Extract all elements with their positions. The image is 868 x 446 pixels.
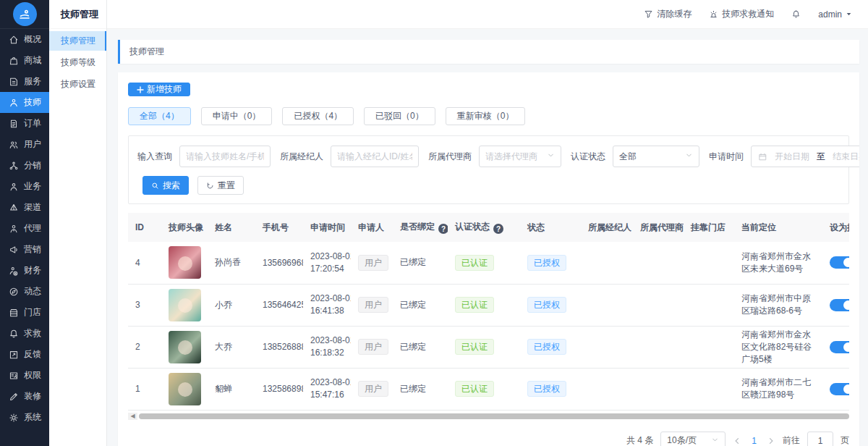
add-technician-button[interactable]: 新增技师 bbox=[128, 83, 190, 96]
help-question-icon[interactable]: ? bbox=[493, 224, 503, 234]
column-label: 申请人 bbox=[358, 222, 384, 232]
sidebar-item-store[interactable]: 门店 bbox=[0, 302, 49, 323]
cert-status-select[interactable]: 全部 bbox=[613, 146, 699, 167]
help-question-icon[interactable]: ? bbox=[438, 224, 448, 234]
sidebar-item-order[interactable]: 订单 bbox=[0, 113, 49, 134]
search-icon bbox=[151, 182, 159, 190]
broker-input[interactable] bbox=[331, 146, 419, 167]
scroll-left-arrow-icon[interactable]: ◀ bbox=[128, 413, 137, 420]
query-input[interactable] bbox=[179, 146, 271, 167]
recommend-toggle[interactable] bbox=[830, 256, 849, 269]
submenu-item-label: 技师设置 bbox=[61, 78, 95, 91]
submenu-item[interactable]: 技师设置 bbox=[49, 75, 106, 94]
sidebar-item-service[interactable]: 服务 bbox=[0, 71, 49, 92]
column-label: 所属经纪人 bbox=[588, 222, 631, 232]
status-tabs: 全部（4）申请中（0）已授权（4）已驳回（0）重新审核（0） bbox=[128, 107, 849, 125]
sidebar-item-share[interactable]: 分销 bbox=[0, 155, 49, 176]
clear-cache-button[interactable]: 清除缓存 bbox=[644, 8, 692, 20]
sidebar-item-channel[interactable]: 渠道 bbox=[0, 197, 49, 218]
cell-name: 貂蝉 bbox=[215, 384, 232, 394]
search-button[interactable]: 搜索 bbox=[142, 176, 189, 195]
plus-icon bbox=[137, 86, 144, 93]
cell-name: 大乔 bbox=[215, 342, 232, 352]
notification-bell-button[interactable] bbox=[791, 9, 801, 19]
add-technician-label: 新增技师 bbox=[147, 83, 182, 96]
sidebar-item-permission[interactable]: 权限 bbox=[0, 365, 49, 386]
decorate-icon bbox=[9, 392, 19, 402]
agency-select-placeholder: 请选择代理商 bbox=[485, 151, 537, 163]
agency-select[interactable]: 请选择代理商 bbox=[479, 146, 561, 167]
tab-1[interactable]: 申请中（0） bbox=[201, 107, 273, 125]
table-header-row: ID技师头像姓名手机号申请时间申请人是否绑定?认证状态?状态所属经纪人所属代理商… bbox=[128, 213, 849, 242]
table-row: 1貂蝉132586898982023-08-0115:47:16用户已绑定已认证… bbox=[128, 368, 849, 410]
cell-bound-status: 已绑定 bbox=[400, 300, 426, 310]
page-size-select[interactable]: 10条/页 bbox=[660, 432, 726, 446]
sidebar-item-home[interactable]: 概况 bbox=[0, 29, 49, 50]
sidebar-item-tech[interactable]: 技师 bbox=[0, 92, 49, 113]
sidebar-item-users[interactable]: 用户 bbox=[0, 134, 49, 155]
recommend-toggle[interactable] bbox=[830, 383, 849, 395]
calendar-icon bbox=[758, 152, 767, 161]
sidebar-item-label: 商城 bbox=[24, 54, 41, 67]
recommend-toggle[interactable] bbox=[830, 341, 849, 353]
cell-location: 河南省郑州市金水区文化路82号硅谷广场5楼 bbox=[741, 329, 815, 366]
sidebar-item-label: 技师 bbox=[24, 96, 41, 109]
sidebar-item-label: 营销 bbox=[24, 243, 41, 256]
technician-table: ID技师头像姓名手机号申请时间申请人是否绑定?认证状态?状态所属经纪人所属代理商… bbox=[128, 213, 849, 411]
cell-phone: 13569696878 bbox=[263, 258, 303, 268]
cert-status-tag: 已认证 bbox=[455, 255, 494, 271]
module-title: 技师管理 bbox=[49, 0, 106, 29]
sidebar-item-decorate[interactable]: 装修 bbox=[0, 386, 49, 407]
sidebar-item-feedback[interactable]: 反馈 bbox=[0, 344, 49, 365]
sidebar-item-compass[interactable]: 动态 bbox=[0, 281, 49, 302]
store-icon bbox=[9, 308, 19, 318]
tech-icon bbox=[9, 98, 19, 108]
sidebar-item-system[interactable]: 系统 bbox=[0, 407, 49, 428]
main-card: 新增技师 全部（4）申请中（0）已授权（4）已驳回（0）重新审核（0） 输入查询… bbox=[118, 72, 859, 446]
submenu-item[interactable]: 技师等级 bbox=[49, 53, 106, 72]
sidebar-item-finance[interactable]: 财务 bbox=[0, 260, 49, 281]
sidebar-item-marketing[interactable]: 营销 bbox=[0, 239, 49, 260]
tab-3[interactable]: 已驳回（0） bbox=[364, 107, 435, 125]
column-label: 挂靠门店 bbox=[691, 222, 726, 232]
next-page-button[interactable] bbox=[767, 437, 775, 445]
sidebar-item-person[interactable]: 业务 bbox=[0, 176, 49, 197]
tab-0[interactable]: 全部（4） bbox=[128, 107, 191, 125]
submenu-item[interactable]: 技师管理 bbox=[49, 31, 106, 51]
user-menu[interactable]: admin bbox=[818, 9, 852, 20]
page-unit-label: 页 bbox=[841, 434, 849, 446]
sidebar-item-bell[interactable]: 求救 bbox=[0, 323, 49, 344]
status-tag: 已授权 bbox=[527, 297, 566, 313]
column-header: 所属经纪人 bbox=[581, 213, 633, 242]
toggle-knob bbox=[843, 384, 849, 394]
topbar: 清除缓存 技师求救通知 admin bbox=[107, 0, 868, 29]
current-page[interactable]: 1 bbox=[749, 436, 760, 446]
submenu-list: 技师管理技师等级技师设置 bbox=[49, 31, 106, 94]
applicant-tag: 用户 bbox=[358, 339, 388, 355]
bell-icon bbox=[791, 9, 801, 19]
sidebar-item-label: 动态 bbox=[24, 285, 41, 298]
goto-page-input[interactable] bbox=[807, 432, 833, 446]
cert-status-value: 全部 bbox=[619, 151, 637, 163]
tab-2[interactable]: 已授权（4） bbox=[282, 107, 354, 125]
recommend-toggle[interactable] bbox=[830, 299, 849, 311]
prev-page-button[interactable] bbox=[733, 437, 741, 445]
sos-notice-button[interactable]: 技师求救通知 bbox=[709, 8, 774, 20]
sidebar-item-label: 装修 bbox=[24, 390, 41, 403]
scrollbar-thumb[interactable] bbox=[139, 413, 849, 419]
app-logo[interactable] bbox=[0, 0, 49, 29]
tab-4[interactable]: 重新审核（0） bbox=[446, 107, 526, 125]
secondary-sidebar: 技师管理 技师管理技师等级技师设置 bbox=[49, 0, 107, 446]
column-header: 申请人 bbox=[351, 213, 393, 242]
submenu-item-label: 技师管理 bbox=[61, 35, 95, 47]
cell-id: 2 bbox=[135, 342, 140, 352]
sidebar-item-label: 门店 bbox=[24, 306, 41, 319]
date-range-picker[interactable]: 开始日期 至 结束日期 bbox=[751, 146, 859, 167]
reset-button[interactable]: 重置 bbox=[197, 176, 244, 195]
sidebar-item-label: 财务 bbox=[24, 264, 41, 277]
status-tag: 已授权 bbox=[527, 255, 566, 271]
horizontal-scrollbar[interactable]: ◀ bbox=[128, 413, 849, 420]
sidebar-item-agent[interactable]: 代理 bbox=[0, 218, 49, 239]
sidebar-item-mall[interactable]: 商城 bbox=[0, 50, 49, 71]
marketing-icon bbox=[9, 245, 19, 255]
